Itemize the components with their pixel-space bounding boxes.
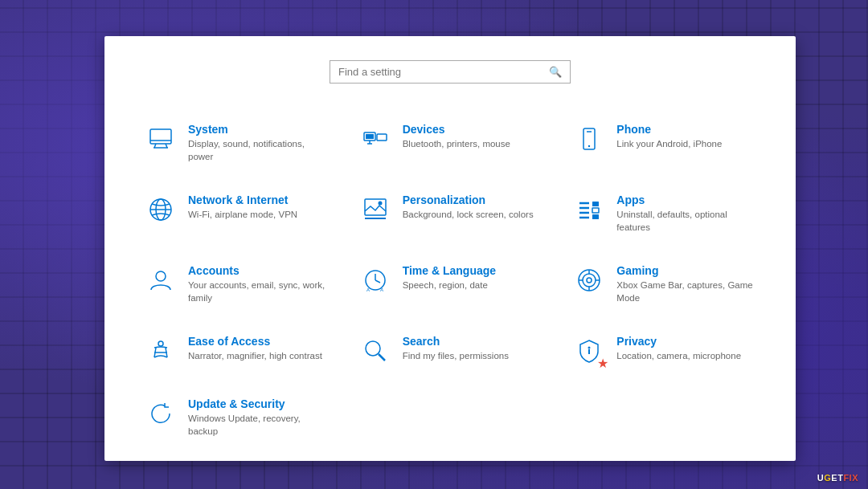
phone-subtitle: Link your Android, iPhone [616, 138, 722, 151]
gaming-subtitle: Xbox Game Bar, captures, Game Mode [616, 279, 755, 304]
update-title: Update & Security [188, 397, 327, 410]
setting-devices[interactable]: Devices Bluetooth, printers, mouse [351, 112, 550, 174]
network-subtitle: Wi-Fi, airplane mode, VPN [188, 209, 297, 222]
search-setting-icon [359, 335, 391, 367]
search-text: Search Find my files, permissions [403, 335, 509, 363]
system-subtitle: Display, sound, notifications, power [188, 138, 327, 163]
apps-title: Apps [616, 194, 755, 206]
setting-accounts[interactable]: Accounts Your accounts, email, sync, wor… [137, 253, 335, 316]
gaming-text: Gaming Xbox Game Bar, captures, Game Mod… [616, 264, 755, 304]
privacy-subtitle: Location, camera, microphone [616, 350, 741, 363]
system-title: System [188, 123, 327, 136]
svg-rect-23 [592, 202, 599, 206]
apps-subtitle: Uninstall, defaults, optional features [616, 209, 755, 234]
svg-point-39 [158, 341, 163, 346]
search-icon: 🔍 [549, 66, 562, 78]
devices-text: Devices Bluetooth, printers, mouse [403, 123, 510, 151]
watermark: UGETFIX [817, 473, 858, 483]
devices-title: Devices [403, 123, 510, 136]
personalization-subtitle: Background, lock screen, colors [403, 209, 534, 222]
privacy-text: Privacy Location, camera, microphone [616, 335, 741, 363]
gaming-title: Gaming [616, 264, 755, 277]
svg-point-41 [366, 341, 380, 356]
network-title: Network & Internet [188, 194, 297, 206]
accounts-text: Accounts Your accounts, email, sync, wor… [188, 264, 327, 304]
settings-grid: System Display, sound, notifications, po… [137, 112, 764, 449]
setting-gaming[interactable]: Gaming Xbox Game Bar, captures, Game Mod… [565, 253, 764, 316]
system-icon [145, 123, 177, 155]
ease-icon [145, 335, 177, 367]
time-text: Time & Language Speech, region, date [403, 264, 496, 292]
apps-icon [573, 194, 605, 226]
personalization-text: Personalization Background, lock screen,… [403, 194, 534, 222]
setting-time[interactable]: AA Time & Language Speech, region, date [351, 253, 550, 316]
svg-point-33 [583, 274, 596, 287]
phone-icon [573, 123, 605, 155]
search-title: Search [403, 335, 509, 348]
svg-line-29 [375, 280, 380, 283]
network-icon [145, 194, 177, 226]
search-subtitle: Find my files, permissions [403, 350, 509, 363]
gaming-icon [573, 264, 605, 296]
system-text: System Display, sound, notifications, po… [188, 123, 327, 163]
apps-text: Apps Uninstall, defaults, optional featu… [616, 194, 755, 234]
svg-rect-16 [365, 199, 386, 215]
accounts-subtitle: Your accounts, email, sync, work, family [188, 279, 327, 304]
search-bar[interactable]: 🔍 [330, 60, 571, 84]
privacy-icon: ★ [573, 335, 605, 367]
svg-point-44 [588, 347, 591, 349]
settings-window: 🔍 System Display, sound, notifications, … [104, 36, 796, 461]
setting-network[interactable]: Network & Internet Wi-Fi, airplane mode,… [137, 182, 335, 245]
setting-apps[interactable]: Apps Uninstall, defaults, optional featu… [565, 182, 764, 245]
svg-rect-0 [150, 129, 171, 144]
update-text: Update & Security Windows Update, recove… [188, 397, 327, 438]
ease-title: Ease of Access [188, 335, 322, 348]
svg-point-34 [587, 278, 592, 283]
devices-subtitle: Bluetooth, printers, mouse [403, 138, 510, 151]
svg-point-26 [156, 271, 166, 281]
personalization-title: Personalization [403, 194, 534, 206]
devices-icon [359, 123, 391, 155]
search-container: 🔍 [137, 60, 764, 84]
ease-text: Ease of Access Narrator, magnifier, high… [188, 335, 322, 363]
time-title: Time & Language [403, 264, 496, 277]
svg-rect-24 [592, 208, 599, 213]
search-input[interactable] [338, 66, 549, 78]
setting-system[interactable]: System Display, sound, notifications, po… [137, 112, 335, 174]
time-icon: AA [359, 264, 391, 296]
svg-line-42 [379, 354, 385, 361]
setting-privacy[interactable]: ★ Privacy Location, camera, microphone [565, 324, 764, 378]
svg-point-17 [378, 202, 382, 206]
setting-personalization[interactable]: Personalization Background, lock screen,… [351, 182, 550, 245]
privacy-star-badge: ★ [597, 357, 608, 370]
phone-text: Phone Link your Android, iPhone [616, 123, 722, 151]
svg-rect-6 [377, 134, 387, 141]
setting-phone[interactable]: Phone Link your Android, iPhone [565, 112, 764, 174]
setting-update[interactable]: Update & Security Windows Update, recove… [137, 386, 335, 449]
update-subtitle: Windows Update, recovery, backup [188, 413, 327, 438]
ease-subtitle: Narrator, magnifier, high contrast [188, 350, 322, 363]
privacy-title: Privacy [616, 335, 741, 348]
phone-title: Phone [616, 123, 722, 136]
accounts-icon [145, 264, 177, 296]
setting-search[interactable]: Search Find my files, permissions [351, 324, 550, 378]
svg-rect-25 [592, 214, 599, 219]
personalization-icon [359, 194, 391, 226]
setting-ease[interactable]: Ease of Access Narrator, magnifier, high… [137, 324, 335, 378]
svg-rect-9 [366, 134, 374, 139]
accounts-title: Accounts [188, 264, 327, 277]
time-subtitle: Speech, region, date [403, 279, 496, 292]
network-text: Network & Internet Wi-Fi, airplane mode,… [188, 194, 297, 222]
update-icon [145, 397, 177, 430]
svg-text:A: A [366, 287, 370, 292]
svg-point-12 [588, 145, 590, 147]
svg-text:A: A [379, 287, 383, 292]
